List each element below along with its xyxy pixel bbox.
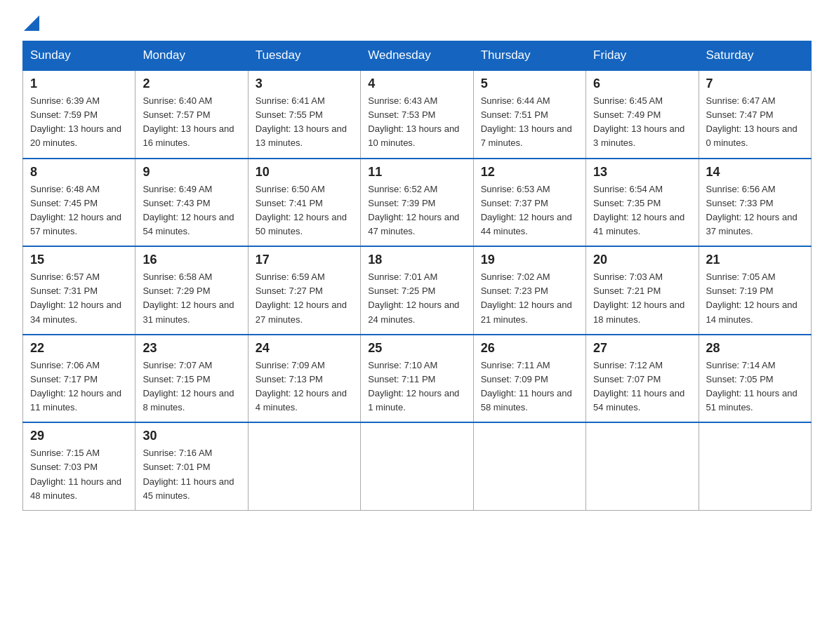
day-info: Sunrise: 6:41 AMSunset: 7:55 PMDaylight:… (256, 94, 353, 151)
day-number: 5 (481, 76, 578, 91)
day-info: Sunrise: 6:53 AMSunset: 7:37 PMDaylight:… (481, 182, 578, 239)
svg-marker-0 (24, 15, 39, 31)
day-of-week-header: Tuesday (248, 41, 360, 71)
day-info: Sunrise: 6:45 AMSunset: 7:49 PMDaylight:… (593, 94, 691, 151)
day-info: Sunrise: 7:07 AMSunset: 7:15 PMDaylight:… (143, 358, 240, 415)
day-number: 27 (593, 341, 691, 356)
day-of-week-header: Wednesday (361, 41, 473, 71)
day-number: 20 (593, 253, 691, 267)
calendar-day-cell (699, 422, 811, 510)
day-number: 22 (30, 341, 128, 356)
day-number: 9 (143, 165, 240, 180)
calendar-day-cell: 8Sunrise: 6:48 AMSunset: 7:45 PMDaylight… (23, 159, 135, 247)
calendar-day-cell: 12Sunrise: 6:53 AMSunset: 7:37 PMDayligh… (473, 159, 585, 247)
day-info: Sunrise: 7:11 AMSunset: 7:09 PMDaylight:… (481, 358, 578, 415)
day-number: 28 (706, 341, 804, 356)
calendar-day-cell: 15Sunrise: 6:57 AMSunset: 7:31 PMDayligh… (23, 246, 135, 335)
day-info: Sunrise: 6:50 AMSunset: 7:41 PMDaylight:… (256, 182, 353, 239)
day-info: Sunrise: 6:47 AMSunset: 7:47 PMDaylight:… (706, 94, 804, 151)
calendar-day-cell (586, 422, 699, 510)
day-info: Sunrise: 7:06 AMSunset: 7:17 PMDaylight:… (30, 358, 128, 415)
day-info: Sunrise: 7:09 AMSunset: 7:13 PMDaylight:… (256, 358, 353, 415)
day-info: Sunrise: 7:16 AMSunset: 7:01 PMDaylight:… (143, 446, 240, 503)
calendar-week-row: 1Sunrise: 6:39 AMSunset: 7:59 PMDaylight… (23, 70, 812, 159)
calendar-day-cell: 28Sunrise: 7:14 AMSunset: 7:05 PMDayligh… (699, 335, 811, 423)
day-info: Sunrise: 6:58 AMSunset: 7:29 PMDaylight:… (143, 270, 240, 327)
day-info: Sunrise: 6:43 AMSunset: 7:53 PMDaylight:… (368, 94, 465, 151)
calendar-day-cell: 18Sunrise: 7:01 AMSunset: 7:25 PMDayligh… (361, 246, 473, 335)
day-info: Sunrise: 6:54 AMSunset: 7:35 PMDaylight:… (593, 182, 691, 239)
calendar-day-cell: 26Sunrise: 7:11 AMSunset: 7:09 PMDayligh… (473, 335, 585, 423)
day-of-week-header: Saturday (699, 41, 811, 71)
day-of-week-header: Monday (135, 41, 248, 71)
calendar-table: SundayMondayTuesdayWednesdayThursdayFrid… (22, 41, 812, 511)
day-info: Sunrise: 6:48 AMSunset: 7:45 PMDaylight:… (30, 182, 128, 239)
day-info: Sunrise: 6:52 AMSunset: 7:39 PMDaylight:… (368, 182, 465, 239)
day-of-week-header: Friday (586, 41, 699, 71)
calendar-week-row: 8Sunrise: 6:48 AMSunset: 7:45 PMDaylight… (23, 159, 812, 247)
day-number: 29 (30, 429, 128, 443)
calendar-day-cell: 17Sunrise: 6:59 AMSunset: 7:27 PMDayligh… (248, 246, 360, 335)
calendar-week-row: 15Sunrise: 6:57 AMSunset: 7:31 PMDayligh… (23, 246, 812, 335)
day-number: 3 (256, 76, 353, 91)
day-info: Sunrise: 6:56 AMSunset: 7:33 PMDaylight:… (706, 182, 804, 239)
day-of-week-header: Thursday (473, 41, 585, 71)
day-number: 24 (256, 341, 353, 356)
calendar-day-cell: 4Sunrise: 6:43 AMSunset: 7:53 PMDaylight… (361, 70, 473, 159)
calendar-day-cell: 16Sunrise: 6:58 AMSunset: 7:29 PMDayligh… (135, 246, 248, 335)
calendar-day-cell (361, 422, 473, 510)
logo-triangle-icon (24, 15, 39, 31)
day-info: Sunrise: 6:40 AMSunset: 7:57 PMDaylight:… (143, 94, 240, 151)
calendar-day-cell: 2Sunrise: 6:40 AMSunset: 7:57 PMDaylight… (135, 70, 248, 159)
day-info: Sunrise: 6:49 AMSunset: 7:43 PMDaylight:… (143, 182, 240, 239)
day-number: 13 (593, 165, 691, 180)
day-info: Sunrise: 7:02 AMSunset: 7:23 PMDaylight:… (481, 270, 578, 327)
calendar-day-cell: 3Sunrise: 6:41 AMSunset: 7:55 PMDaylight… (248, 70, 360, 159)
day-number: 6 (593, 76, 691, 91)
day-number: 7 (706, 76, 804, 91)
calendar-day-cell: 29Sunrise: 7:15 AMSunset: 7:03 PMDayligh… (23, 422, 135, 510)
calendar-day-cell: 10Sunrise: 6:50 AMSunset: 7:41 PMDayligh… (248, 159, 360, 247)
day-number: 1 (30, 76, 128, 91)
day-number: 14 (706, 165, 804, 180)
calendar-week-row: 22Sunrise: 7:06 AMSunset: 7:17 PMDayligh… (23, 335, 812, 423)
day-info: Sunrise: 6:57 AMSunset: 7:31 PMDaylight:… (30, 270, 128, 327)
day-number: 18 (368, 253, 465, 267)
calendar-day-cell: 22Sunrise: 7:06 AMSunset: 7:17 PMDayligh… (23, 335, 135, 423)
day-number: 4 (368, 76, 465, 91)
day-info: Sunrise: 6:59 AMSunset: 7:27 PMDaylight:… (256, 270, 353, 327)
day-number: 26 (481, 341, 578, 356)
day-info: Sunrise: 7:03 AMSunset: 7:21 PMDaylight:… (593, 270, 691, 327)
calendar-day-cell: 21Sunrise: 7:05 AMSunset: 7:19 PMDayligh… (699, 246, 811, 335)
calendar-day-cell: 24Sunrise: 7:09 AMSunset: 7:13 PMDayligh… (248, 335, 360, 423)
day-number: 23 (143, 341, 240, 356)
day-info: Sunrise: 7:14 AMSunset: 7:05 PMDaylight:… (706, 358, 804, 415)
calendar-day-cell: 5Sunrise: 6:44 AMSunset: 7:51 PMDaylight… (473, 70, 585, 159)
day-number: 19 (481, 253, 578, 267)
day-info: Sunrise: 6:39 AMSunset: 7:59 PMDaylight:… (30, 94, 128, 151)
day-info: Sunrise: 7:05 AMSunset: 7:19 PMDaylight:… (706, 270, 804, 327)
day-number: 30 (143, 429, 240, 443)
calendar-day-cell: 9Sunrise: 6:49 AMSunset: 7:43 PMDaylight… (135, 159, 248, 247)
calendar-day-cell: 27Sunrise: 7:12 AMSunset: 7:07 PMDayligh… (586, 335, 699, 423)
day-info: Sunrise: 7:10 AMSunset: 7:11 PMDaylight:… (368, 358, 465, 415)
calendar-day-cell: 13Sunrise: 6:54 AMSunset: 7:35 PMDayligh… (586, 159, 699, 247)
day-number: 21 (706, 253, 804, 267)
calendar-day-cell: 6Sunrise: 6:45 AMSunset: 7:49 PMDaylight… (586, 70, 699, 159)
calendar-day-cell (248, 422, 360, 510)
day-number: 10 (256, 165, 353, 180)
logo (22, 17, 39, 27)
day-of-week-header: Sunday (23, 41, 135, 71)
day-info: Sunrise: 7:12 AMSunset: 7:07 PMDaylight:… (593, 358, 691, 415)
day-info: Sunrise: 7:15 AMSunset: 7:03 PMDaylight:… (30, 446, 128, 503)
calendar-day-cell: 1Sunrise: 6:39 AMSunset: 7:59 PMDaylight… (23, 70, 135, 159)
calendar-day-cell: 20Sunrise: 7:03 AMSunset: 7:21 PMDayligh… (586, 246, 699, 335)
calendar-day-cell: 14Sunrise: 6:56 AMSunset: 7:33 PMDayligh… (699, 159, 811, 247)
day-number: 2 (143, 76, 240, 91)
day-info: Sunrise: 6:44 AMSunset: 7:51 PMDaylight:… (481, 94, 578, 151)
calendar-header-row: SundayMondayTuesdayWednesdayThursdayFrid… (23, 41, 812, 71)
day-number: 25 (368, 341, 465, 356)
page-header (22, 17, 812, 27)
calendar-day-cell: 30Sunrise: 7:16 AMSunset: 7:01 PMDayligh… (135, 422, 248, 510)
calendar-day-cell (473, 422, 585, 510)
